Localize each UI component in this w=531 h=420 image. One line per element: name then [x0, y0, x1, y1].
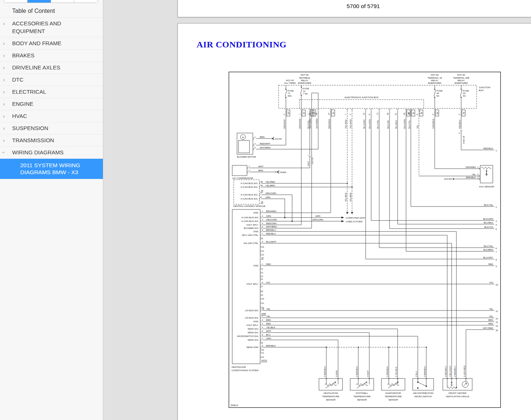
svg-text:20: 20 — [309, 113, 311, 115]
svg-text:VOLT SPLY: VOLT SPLY — [246, 223, 258, 226]
svg-text:HEATING/AIR: HEATING/AIR — [232, 366, 246, 368]
svg-text:6: 6 — [496, 247, 497, 250]
svg-text:2 YEL/BLK: 2 YEL/BLK — [395, 367, 397, 377]
svg-text:SENS SIG: SENS SIG — [248, 327, 258, 330]
svg-text:1: 1 — [298, 114, 301, 115]
chevron-right-icon[interactable]: › — [3, 136, 5, 144]
sidebar-item-brakes[interactable]: ›BRAKES — [0, 49, 103, 61]
svg-text:FUSE: FUSE — [303, 87, 309, 90]
svg-text:BRN/RED: BRN/RED — [328, 119, 330, 129]
sidebar-item-wiring-diagrams[interactable]: ›WIRING DIAGRAMS — [0, 146, 103, 158]
svg-text:YEL: YEL — [266, 315, 270, 317]
svg-text:ENERGIZED: ENERGIZED — [428, 82, 442, 84]
svg-text:GRN/RED: GRN/RED — [465, 166, 476, 168]
toolbar-tab-2[interactable] — [51, 0, 74, 3]
svg-text:BLK/GRN: BLK/GRN — [483, 218, 493, 220]
sidebar-item-driveline-axles[interactable]: ›DRIVELINE AXLES — [0, 61, 103, 73]
svg-text:ELECTRONICS JUNCTION BOX: ELECTRONICS JUNCTION BOX — [345, 96, 378, 98]
svg-text:1: 1 — [262, 263, 263, 265]
svg-text:3: 3 — [262, 272, 263, 274]
svg-text:3: 3 — [262, 219, 263, 221]
chevron-right-icon[interactable]: › — [3, 88, 5, 96]
sidebar-item-engine[interactable]: ›ENGINE — [0, 98, 103, 110]
svg-text:YEL/BLK: YEL/BLK — [266, 326, 276, 329]
svg-text:5A: 5A — [463, 94, 466, 97]
svg-text:33: 33 — [463, 92, 466, 94]
sidebar-item-accesories-and-equipment[interactable]: ›ACCESORIES AND EQUIPMENT — [0, 17, 103, 37]
svg-text:GRN: GRN — [266, 337, 271, 340]
sidebar-item-label: TRANSMISSION — [12, 137, 54, 143]
svg-text:9: 9 — [262, 241, 263, 243]
svg-text:YEL/RED: YEL/RED — [345, 193, 347, 202]
chevron-right-icon[interactable]: › — [3, 51, 5, 59]
svg-text:18: 18 — [261, 190, 263, 192]
toolbar-tab-0[interactable] — [4, 0, 27, 3]
sidebar-item-transmission[interactable]: ›TRANSMISSION — [0, 134, 103, 146]
sidebar-item-selected[interactable]: 2011 SYSTEM WIRING DIAGRAMS BMW - X3 — [0, 158, 103, 179]
sidebar-item-label: WIRING DIAGRAMS — [12, 149, 64, 155]
svg-text:3: 3 — [496, 220, 497, 222]
chevron-right-icon[interactable]: › — [3, 112, 5, 120]
svg-text:10: 10 — [262, 349, 264, 351]
svg-text:6: 6 — [262, 281, 263, 284]
svg-text:K-CAN BUS SIG: K-CAN BUS SIG — [241, 186, 258, 188]
svg-text:GND: GND — [253, 320, 258, 323]
svg-text:FUSE: FUSE — [463, 89, 469, 92]
svg-text:1 GRY/RED: 1 GRY/RED — [463, 366, 466, 377]
svg-text:X4701: X4701 — [261, 359, 267, 362]
svg-text:1: 1 — [307, 155, 309, 156]
svg-text:12: 12 — [376, 113, 378, 115]
svg-text:1 BRN/BLK: 1 BRN/BLK — [324, 366, 326, 377]
svg-text:5: 5 — [262, 330, 263, 332]
sidebar-item-dtc[interactable]: ›DTC — [0, 73, 103, 86]
svg-text:26: 26 — [403, 113, 405, 115]
svg-text:BLOWER SIG: BLOWER SIG — [244, 227, 258, 229]
sidebar-item-electrical[interactable]: ›ELECTRICAL — [0, 86, 103, 98]
sidebar-item-label: ACCESORIES AND EQUIPMENT — [12, 20, 61, 34]
svg-text:1: 1 — [255, 136, 256, 138]
svg-text:6: 6 — [262, 229, 263, 231]
svg-text:24: 24 — [363, 113, 365, 115]
svg-text:4 BLU/WHT: 4 BLU/WHT — [449, 366, 451, 377]
svg-text:BRN/BLU: BRN/BLU — [266, 229, 276, 231]
sidebar-item-hvac[interactable]: ›HVAC — [0, 110, 103, 122]
chevron-right-icon[interactable]: › — [3, 124, 5, 132]
toolbar-tab-3[interactable] — [74, 0, 97, 3]
svg-text:2: 2 — [349, 114, 351, 115]
svg-text:RELAY: RELAY — [431, 79, 438, 82]
svg-text:YEL/RED: YEL/RED — [265, 180, 275, 183]
svg-text:WHT: WHT — [266, 330, 271, 332]
tab-bar[interactable] — [4, 0, 98, 3]
svg-text:5A: 5A — [437, 94, 439, 97]
svg-text:GRN: GRN — [266, 215, 271, 217]
svg-text:BRN: BRN — [258, 169, 263, 172]
svg-text:3 WHT: 3 WHT — [367, 370, 369, 377]
svg-text:RED: RED — [488, 263, 494, 265]
svg-text:BRN: BRN — [260, 136, 265, 138]
sidebar-item-suspension[interactable]: ›SUSPENSION — [0, 122, 103, 134]
chevron-right-icon[interactable]: › — [3, 19, 5, 27]
svg-text:45: 45 — [408, 113, 410, 115]
svg-text:GRY/RED: GRY/RED — [483, 327, 494, 329]
sidebar-item-label: HVAC — [12, 113, 27, 119]
svg-text:ORG/GRN: ORG/GRN — [312, 218, 323, 221]
chevron-right-icon[interactable]: › — [3, 100, 5, 108]
svg-text:6: 6 — [416, 114, 418, 115]
svg-text:30: 30 — [303, 112, 305, 114]
svg-text:GND: GND — [253, 211, 258, 214]
chevron-right-icon[interactable]: › — [3, 64, 5, 71]
svg-text:2: 2 — [262, 215, 263, 217]
chevron-right-icon[interactable]: › — [3, 76, 5, 83]
toolbar-tab-1[interactable] — [27, 0, 51, 3]
chevron-down-icon[interactable]: › — [0, 151, 8, 153]
sidebar-item-body-and-frame[interactable]: ›BODY AND FRAME — [0, 37, 103, 49]
svg-text:RELAY: RELAY — [458, 79, 465, 82]
svg-text:8: 8 — [262, 342, 263, 344]
svg-text:BLK/YEL: BLK/YEL — [408, 120, 410, 129]
svg-text:WHT: WHT — [258, 165, 263, 168]
svg-text:SIG AIR CTRL: SIG AIR CTRL — [244, 242, 259, 244]
chevron-right-icon[interactable]: › — [3, 39, 5, 47]
svg-text:X5454: X5454 — [280, 171, 287, 173]
svg-text:TERMINAL 30B: TERMINAL 30B — [453, 76, 469, 79]
document-viewer[interactable]: 5700 of 5791 AIR CONDITIONING ELECTRONIC… — [104, 0, 531, 420]
